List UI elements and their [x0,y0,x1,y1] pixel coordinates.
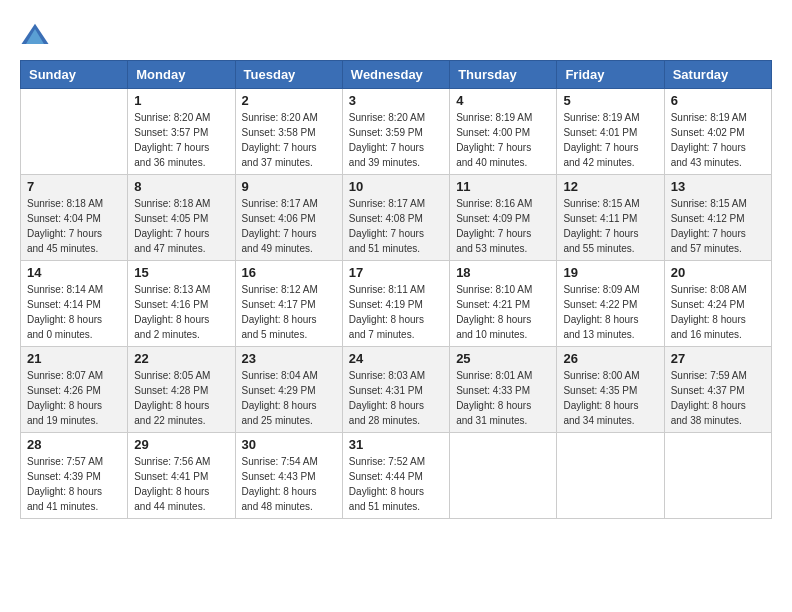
day-info: Sunrise: 8:12 AM Sunset: 4:17 PM Dayligh… [242,282,336,342]
day-info: Sunrise: 8:20 AM Sunset: 3:58 PM Dayligh… [242,110,336,170]
day-number: 21 [27,351,121,366]
day-info: Sunrise: 8:10 AM Sunset: 4:21 PM Dayligh… [456,282,550,342]
calendar-cell: 5 Sunrise: 8:19 AM Sunset: 4:01 PM Dayli… [557,89,664,175]
calendar-cell: 11 Sunrise: 8:16 AM Sunset: 4:09 PM Dayl… [450,175,557,261]
day-number: 3 [349,93,443,108]
calendar-cell: 20 Sunrise: 8:08 AM Sunset: 4:24 PM Dayl… [664,261,771,347]
calendar-cell: 24 Sunrise: 8:03 AM Sunset: 4:31 PM Dayl… [342,347,449,433]
calendar-cell: 23 Sunrise: 8:04 AM Sunset: 4:29 PM Dayl… [235,347,342,433]
day-info: Sunrise: 7:56 AM Sunset: 4:41 PM Dayligh… [134,454,228,514]
day-number: 9 [242,179,336,194]
calendar-cell: 28 Sunrise: 7:57 AM Sunset: 4:39 PM Dayl… [21,433,128,519]
day-info: Sunrise: 8:09 AM Sunset: 4:22 PM Dayligh… [563,282,657,342]
day-number: 26 [563,351,657,366]
calendar-cell [450,433,557,519]
weekday-header-row: SundayMondayTuesdayWednesdayThursdayFrid… [21,61,772,89]
day-info: Sunrise: 8:01 AM Sunset: 4:33 PM Dayligh… [456,368,550,428]
day-info: Sunrise: 8:03 AM Sunset: 4:31 PM Dayligh… [349,368,443,428]
day-number: 4 [456,93,550,108]
day-info: Sunrise: 8:18 AM Sunset: 4:05 PM Dayligh… [134,196,228,256]
calendar-cell: 6 Sunrise: 8:19 AM Sunset: 4:02 PM Dayli… [664,89,771,175]
weekday-header-monday: Monday [128,61,235,89]
day-info: Sunrise: 7:59 AM Sunset: 4:37 PM Dayligh… [671,368,765,428]
calendar-cell: 31 Sunrise: 7:52 AM Sunset: 4:44 PM Dayl… [342,433,449,519]
weekday-header-tuesday: Tuesday [235,61,342,89]
calendar-cell: 30 Sunrise: 7:54 AM Sunset: 4:43 PM Dayl… [235,433,342,519]
day-number: 12 [563,179,657,194]
calendar-cell: 3 Sunrise: 8:20 AM Sunset: 3:59 PM Dayli… [342,89,449,175]
calendar-cell: 4 Sunrise: 8:19 AM Sunset: 4:00 PM Dayli… [450,89,557,175]
day-info: Sunrise: 8:04 AM Sunset: 4:29 PM Dayligh… [242,368,336,428]
day-info: Sunrise: 8:05 AM Sunset: 4:28 PM Dayligh… [134,368,228,428]
calendar-week-row: 1 Sunrise: 8:20 AM Sunset: 3:57 PM Dayli… [21,89,772,175]
day-number: 17 [349,265,443,280]
calendar-cell: 27 Sunrise: 7:59 AM Sunset: 4:37 PM Dayl… [664,347,771,433]
day-number: 1 [134,93,228,108]
day-number: 5 [563,93,657,108]
weekday-header-sunday: Sunday [21,61,128,89]
day-number: 20 [671,265,765,280]
calendar-week-row: 21 Sunrise: 8:07 AM Sunset: 4:26 PM Dayl… [21,347,772,433]
calendar-cell [21,89,128,175]
calendar-cell: 15 Sunrise: 8:13 AM Sunset: 4:16 PM Dayl… [128,261,235,347]
day-number: 8 [134,179,228,194]
day-number: 6 [671,93,765,108]
day-info: Sunrise: 8:17 AM Sunset: 4:08 PM Dayligh… [349,196,443,256]
day-number: 11 [456,179,550,194]
day-info: Sunrise: 8:19 AM Sunset: 4:02 PM Dayligh… [671,110,765,170]
day-info: Sunrise: 8:19 AM Sunset: 4:00 PM Dayligh… [456,110,550,170]
day-number: 30 [242,437,336,452]
calendar-week-row: 28 Sunrise: 7:57 AM Sunset: 4:39 PM Dayl… [21,433,772,519]
day-info: Sunrise: 8:15 AM Sunset: 4:11 PM Dayligh… [563,196,657,256]
day-info: Sunrise: 8:19 AM Sunset: 4:01 PM Dayligh… [563,110,657,170]
day-number: 14 [27,265,121,280]
calendar-cell: 7 Sunrise: 8:18 AM Sunset: 4:04 PM Dayli… [21,175,128,261]
day-info: Sunrise: 8:14 AM Sunset: 4:14 PM Dayligh… [27,282,121,342]
calendar-cell: 8 Sunrise: 8:18 AM Sunset: 4:05 PM Dayli… [128,175,235,261]
calendar-cell: 13 Sunrise: 8:15 AM Sunset: 4:12 PM Dayl… [664,175,771,261]
calendar-week-row: 14 Sunrise: 8:14 AM Sunset: 4:14 PM Dayl… [21,261,772,347]
day-info: Sunrise: 8:18 AM Sunset: 4:04 PM Dayligh… [27,196,121,256]
day-info: Sunrise: 8:13 AM Sunset: 4:16 PM Dayligh… [134,282,228,342]
day-number: 16 [242,265,336,280]
calendar-cell: 18 Sunrise: 8:10 AM Sunset: 4:21 PM Dayl… [450,261,557,347]
day-info: Sunrise: 8:07 AM Sunset: 4:26 PM Dayligh… [27,368,121,428]
calendar-cell: 2 Sunrise: 8:20 AM Sunset: 3:58 PM Dayli… [235,89,342,175]
calendar-cell: 22 Sunrise: 8:05 AM Sunset: 4:28 PM Dayl… [128,347,235,433]
day-number: 15 [134,265,228,280]
day-number: 13 [671,179,765,194]
day-number: 22 [134,351,228,366]
calendar-cell: 1 Sunrise: 8:20 AM Sunset: 3:57 PM Dayli… [128,89,235,175]
day-info: Sunrise: 8:20 AM Sunset: 3:59 PM Dayligh… [349,110,443,170]
logo [20,20,52,50]
page-header [20,20,772,50]
day-number: 27 [671,351,765,366]
weekday-header-friday: Friday [557,61,664,89]
weekday-header-saturday: Saturday [664,61,771,89]
calendar-table: SundayMondayTuesdayWednesdayThursdayFrid… [20,60,772,519]
day-info: Sunrise: 8:11 AM Sunset: 4:19 PM Dayligh… [349,282,443,342]
calendar-cell: 16 Sunrise: 8:12 AM Sunset: 4:17 PM Dayl… [235,261,342,347]
day-info: Sunrise: 8:20 AM Sunset: 3:57 PM Dayligh… [134,110,228,170]
day-number: 28 [27,437,121,452]
calendar-cell: 26 Sunrise: 8:00 AM Sunset: 4:35 PM Dayl… [557,347,664,433]
calendar-cell: 17 Sunrise: 8:11 AM Sunset: 4:19 PM Dayl… [342,261,449,347]
day-info: Sunrise: 8:16 AM Sunset: 4:09 PM Dayligh… [456,196,550,256]
weekday-header-wednesday: Wednesday [342,61,449,89]
day-info: Sunrise: 7:52 AM Sunset: 4:44 PM Dayligh… [349,454,443,514]
day-number: 23 [242,351,336,366]
calendar-cell: 19 Sunrise: 8:09 AM Sunset: 4:22 PM Dayl… [557,261,664,347]
day-info: Sunrise: 8:00 AM Sunset: 4:35 PM Dayligh… [563,368,657,428]
calendar-cell: 12 Sunrise: 8:15 AM Sunset: 4:11 PM Dayl… [557,175,664,261]
day-number: 10 [349,179,443,194]
day-number: 18 [456,265,550,280]
calendar-cell: 14 Sunrise: 8:14 AM Sunset: 4:14 PM Dayl… [21,261,128,347]
day-number: 25 [456,351,550,366]
day-info: Sunrise: 8:17 AM Sunset: 4:06 PM Dayligh… [242,196,336,256]
calendar-cell: 10 Sunrise: 8:17 AM Sunset: 4:08 PM Dayl… [342,175,449,261]
day-info: Sunrise: 8:15 AM Sunset: 4:12 PM Dayligh… [671,196,765,256]
calendar-week-row: 7 Sunrise: 8:18 AM Sunset: 4:04 PM Dayli… [21,175,772,261]
calendar-cell: 25 Sunrise: 8:01 AM Sunset: 4:33 PM Dayl… [450,347,557,433]
day-number: 24 [349,351,443,366]
logo-icon [20,20,50,50]
